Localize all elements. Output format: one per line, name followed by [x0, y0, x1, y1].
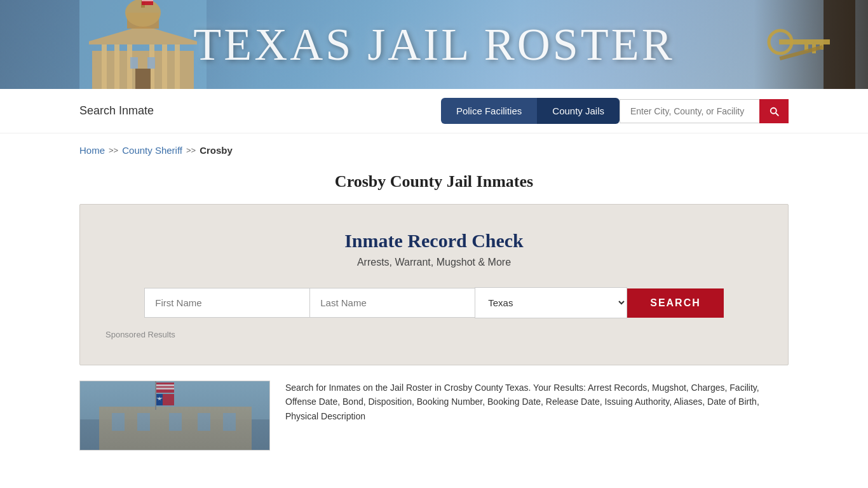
facility-search-input[interactable] [620, 99, 759, 123]
nav-bar: Search Inmate Police Facilities County J… [0, 89, 868, 133]
bottom-image [79, 381, 270, 451]
svg-rect-6 [162, 44, 167, 89]
nav-right-group: Police Facilities County Jails [441, 98, 789, 124]
facility-search-button[interactable] [759, 99, 789, 123]
record-check-form: AlabamaAlaskaArizonaArkansasCaliforniaCo… [105, 287, 763, 318]
header-banner: Texas Jail Roster [0, 0, 868, 89]
first-name-input[interactable] [144, 288, 309, 318]
breadcrumb-sep-1: >> [109, 146, 118, 155]
search-icon [768, 105, 780, 117]
svg-rect-3 [114, 44, 119, 89]
record-check-title: Inmate Record Check [105, 230, 763, 252]
svg-rect-13 [147, 57, 155, 69]
breadcrumb-sep-2: >> [186, 146, 196, 155]
svg-rect-14 [135, 69, 151, 89]
bottom-section: Search for Inmates on the Jail Roster in… [0, 381, 868, 451]
record-check-container: Inmate Record Check Arrests, Warrant, Mu… [79, 204, 789, 365]
bottom-description: Search for Inmates on the Jail Roster in… [285, 381, 789, 451]
police-facilities-button[interactable]: Police Facilities [441, 98, 537, 124]
page-title: Crosby County Jail Inmates [0, 162, 868, 204]
search-inmate-label: Search Inmate [79, 104, 154, 118]
breadcrumb-home-link[interactable]: Home [79, 145, 105, 156]
sponsored-results-label: Sponsored Results [105, 330, 763, 339]
svg-rect-2 [102, 44, 107, 89]
svg-rect-16 [142, 0, 153, 1]
state-select[interactable]: AlabamaAlaskaArizonaArkansasCaliforniaCo… [475, 287, 627, 318]
breadcrumb-county-sheriff-link[interactable]: County Sheriff [122, 145, 182, 156]
svg-rect-12 [130, 57, 138, 69]
site-title: Texas Jail Roster [193, 18, 674, 71]
record-search-button[interactable]: SEARCH [627, 288, 724, 318]
svg-rect-18 [779, 39, 830, 44]
breadcrumb: Home >> County Sheriff >> Crosby [0, 133, 868, 162]
county-jails-button[interactable]: County Jails [537, 98, 620, 124]
capitol-image [79, 0, 207, 89]
keys-image [754, 0, 868, 89]
breadcrumb-current: Crosby [200, 145, 233, 156]
record-check-subtitle: Arrests, Warrant, Mugshot & More [105, 257, 763, 268]
last-name-input[interactable] [309, 288, 475, 318]
svg-rect-7 [175, 44, 180, 89]
bottom-image-overlay [80, 381, 269, 450]
